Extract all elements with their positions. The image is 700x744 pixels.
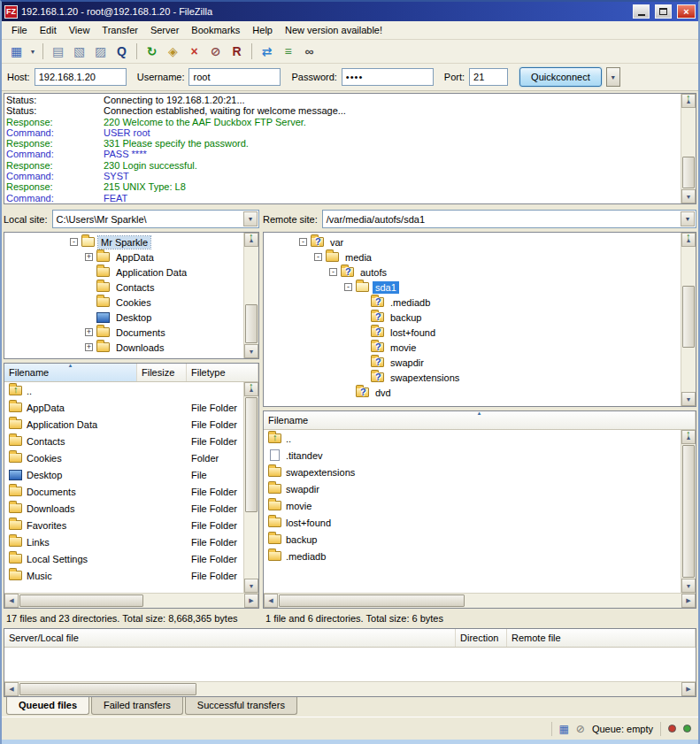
quickconnect-button[interactable]: Quickconnect (519, 67, 602, 87)
cancel-icon[interactable]: × (184, 42, 204, 61)
scroll-down-icon[interactable]: ▼ (681, 579, 696, 593)
scrollbar-thumb[interactable] (682, 157, 695, 188)
scroll-up-icon[interactable]: ▲ (244, 382, 258, 396)
file-row-mediadb[interactable]: .mediadb (264, 548, 696, 564)
collapse-icon[interactable]: - (329, 268, 337, 276)
menu-item-view[interactable]: View (63, 23, 96, 37)
reconnect-icon[interactable]: R (227, 42, 247, 61)
scroll-down-icon[interactable]: ▼ (681, 189, 696, 203)
file-row-documents[interactable]: DocumentsFile Folder (4, 483, 258, 500)
tree-item-media[interactable]: -media (265, 249, 680, 265)
toggle-remote-tree-icon[interactable]: ▨ (90, 42, 111, 61)
scroll-up-icon[interactable]: ▲ (681, 430, 696, 444)
title-bar[interactable]: FZ 192.168.1.20 - root@192.168.1.20 - Fi… (2, 2, 698, 21)
collapse-icon[interactable]: - (344, 283, 352, 291)
scroll-right-icon[interactable]: ▶ (681, 682, 696, 696)
column-header-filename[interactable]: Filename▲ (264, 411, 696, 429)
scrollbar-thumb[interactable] (19, 594, 143, 607)
tree-item-application-data[interactable]: Application Data (6, 265, 242, 280)
menu-item-server[interactable]: Server (144, 23, 185, 37)
menu-item-help[interactable]: Help (246, 23, 279, 37)
port-input[interactable] (469, 68, 508, 86)
tab-queued-files[interactable]: Queued files (6, 697, 89, 715)
scroll-left-icon[interactable]: ◀ (4, 594, 19, 608)
maximize-button[interactable] (655, 4, 672, 19)
menu-item-transfer[interactable]: Transfer (96, 23, 144, 37)
host-input[interactable] (35, 68, 127, 86)
tree-item-cookies[interactable]: Cookies (6, 295, 242, 310)
file-row-application-data[interactable]: Application DataFile Folder (4, 416, 258, 433)
tree-item-swapdir[interactable]: swapdir (265, 355, 680, 370)
local-list-scrollbar[interactable]: ▲ ▼ (243, 382, 258, 593)
scroll-down-icon[interactable]: ▼ (244, 344, 258, 358)
scroll-left-icon[interactable]: ◀ (4, 682, 19, 696)
file-row-movie[interactable]: movie (264, 497, 696, 514)
tree-item-mr-sparkle[interactable]: -Mr Sparkle (6, 234, 242, 249)
scrollbar-thumb[interactable] (682, 286, 695, 348)
collapse-icon[interactable]: - (314, 253, 322, 261)
tree-item-lost-found[interactable]: lost+found (265, 325, 680, 340)
file-row-desktop[interactable]: DesktopFile (4, 466, 258, 483)
password-input[interactable] (342, 68, 434, 86)
scroll-down-icon[interactable]: ▼ (681, 392, 696, 406)
scrollbar-thumb[interactable] (245, 304, 258, 343)
queue-hscrollbar[interactable]: ◀ ▶ (4, 681, 696, 696)
close-button[interactable]: × (677, 4, 696, 19)
toggle-queue-icon[interactable]: Q (112, 42, 132, 61)
tree-item-dvd[interactable]: dvd (265, 385, 680, 400)
scrollbar-thumb[interactable] (279, 594, 465, 607)
username-input[interactable] (188, 68, 281, 86)
scrollbar-thumb[interactable] (19, 683, 196, 695)
synchronized-browsing-icon[interactable]: ≡ (278, 42, 298, 61)
tree-item-documents[interactable]: +Documents (6, 325, 242, 340)
file-row-backup[interactable]: backup (264, 531, 696, 548)
tree-item-mediadb[interactable]: .mediadb (265, 295, 680, 310)
disconnect-icon[interactable]: ⊘ (205, 42, 226, 61)
collapse-icon[interactable]: - (70, 238, 78, 246)
column-header-filesize[interactable]: Filesize (137, 364, 187, 381)
refresh-icon[interactable]: ↻ (142, 42, 162, 61)
minimize-button[interactable] (633, 4, 650, 19)
local-site-combobox[interactable]: C:\Users\Mr Sparkle\ ▼ (52, 210, 259, 228)
tab-successful-transfers[interactable]: Successful transfers (185, 697, 297, 715)
toggle-local-tree-icon[interactable]: ▧ (69, 42, 89, 61)
tree-item-contacts[interactable]: Contacts (6, 280, 242, 295)
column-header-filetype[interactable]: Filetype (187, 364, 258, 381)
scroll-up-icon[interactable]: ▲ (681, 233, 696, 247)
collapse-icon[interactable]: - (299, 238, 307, 246)
file-row-cookies[interactable]: CookiesFolder (4, 449, 258, 466)
expand-icon[interactable]: + (85, 328, 93, 336)
file-row-contacts[interactable]: ContactsFile Folder (4, 433, 258, 449)
file-row-appdata[interactable]: AppDataFile Folder (4, 399, 258, 416)
find-files-icon[interactable]: ∞ (299, 42, 319, 61)
tree-item-downloads[interactable]: +Downloads (6, 340, 242, 355)
scroll-down-icon[interactable]: ▼ (244, 579, 258, 593)
remote-list-hscrollbar[interactable]: ◀ ▶ (264, 593, 696, 608)
tree-item-backup[interactable]: backup (265, 310, 680, 325)
menu-item-file[interactable]: File (5, 23, 34, 37)
remote-site-combobox[interactable]: /var/media/autofs/sda1 ▼ (322, 210, 696, 228)
queue-column-direction[interactable]: Direction (456, 629, 507, 647)
file-row-[interactable]: .. (264, 430, 696, 447)
scroll-right-icon[interactable]: ▶ (681, 594, 696, 608)
file-row-local-settings[interactable]: Local SettingsFile Folder (4, 550, 258, 567)
scroll-up-icon[interactable]: ▲ (681, 94, 696, 108)
file-row-favorites[interactable]: FavoritesFile Folder (4, 517, 258, 533)
chevron-down-icon[interactable]: ▼ (681, 211, 695, 226)
directory-comparison-icon[interactable]: ⇄ (257, 42, 277, 61)
tree-item-sda1[interactable]: -sda1 (265, 280, 680, 295)
scrollbar-thumb[interactable] (245, 397, 258, 512)
site-manager-dropdown[interactable]: ▼ (27, 42, 38, 61)
local-list-hscrollbar[interactable]: ◀ ▶ (4, 593, 258, 608)
remote-tree-scrollbar[interactable]: ▲ ▼ (681, 233, 696, 406)
file-row-lost-found[interactable]: lost+found (264, 514, 696, 531)
menu-item-bookmarks[interactable]: Bookmarks (185, 23, 246, 37)
tab-failed-transfers[interactable]: Failed transfers (91, 697, 183, 715)
scroll-up-icon[interactable]: ▲ (244, 233, 258, 247)
toggle-message-log-icon[interactable]: ▤ (48, 42, 68, 61)
process-queue-icon[interactable]: ◈ (163, 42, 183, 61)
tree-item-var[interactable]: -var (265, 234, 680, 249)
queue-column-server-local-file[interactable]: Server/Local file (4, 629, 456, 647)
tree-item-desktop[interactable]: Desktop (6, 310, 242, 325)
site-manager-icon[interactable]: ▦ (6, 42, 27, 61)
